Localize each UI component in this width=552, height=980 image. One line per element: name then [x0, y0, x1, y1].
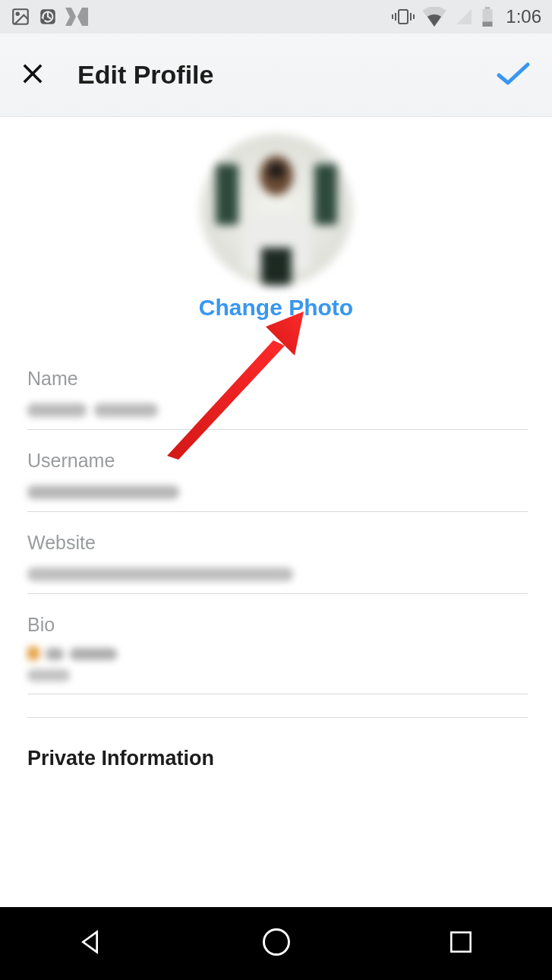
svg-rect-30 — [46, 648, 64, 660]
svg-rect-32 — [27, 669, 70, 681]
svg-rect-21 — [269, 164, 284, 178]
svg-marker-11 — [456, 9, 472, 24]
private-information-heading: Private Information — [0, 747, 552, 770]
svg-rect-31 — [70, 648, 117, 660]
wifi-icon — [422, 7, 446, 27]
restore-icon — [38, 7, 58, 27]
cell-signal-icon — [454, 8, 474, 26]
back-button[interactable] — [77, 927, 107, 960]
home-button[interactable] — [260, 925, 293, 962]
bio-label: Bio — [27, 614, 528, 636]
svg-rect-27 — [27, 485, 179, 499]
svg-rect-29 — [27, 646, 39, 660]
page-title: Edit Profile — [77, 60, 213, 90]
name-label: Name — [27, 368, 528, 390]
svg-rect-6 — [399, 10, 408, 24]
username-field[interactable]: Username — [27, 450, 528, 512]
app-icon — [65, 8, 88, 26]
name-field[interactable]: Name — [27, 368, 528, 430]
website-value — [27, 561, 528, 586]
image-icon — [11, 7, 30, 27]
username-label: Username — [27, 450, 528, 472]
android-status-bar: 1:06 — [0, 0, 552, 33]
svg-rect-14 — [483, 22, 493, 27]
change-photo-link[interactable]: Change Photo — [199, 295, 353, 321]
svg-marker-33 — [83, 932, 96, 953]
bio-value — [27, 643, 528, 686]
svg-rect-22 — [261, 248, 292, 286]
svg-rect-18 — [216, 164, 238, 225]
bio-field[interactable]: Bio — [27, 614, 528, 694]
website-field[interactable]: Website — [27, 532, 528, 594]
svg-point-34 — [264, 930, 289, 955]
name-value — [27, 397, 528, 422]
svg-rect-12 — [485, 7, 490, 9]
svg-marker-4 — [65, 8, 76, 26]
close-button[interactable] — [20, 61, 46, 90]
website-label: Website — [27, 532, 528, 554]
svg-rect-28 — [27, 567, 293, 581]
vibrate-icon — [392, 8, 415, 26]
svg-rect-26 — [94, 403, 158, 417]
recents-button[interactable] — [446, 928, 475, 959]
svg-point-1 — [17, 13, 19, 15]
svg-rect-25 — [27, 403, 87, 417]
confirm-button[interactable] — [494, 58, 532, 92]
clock-time: 1:06 — [506, 6, 541, 27]
svg-marker-5 — [77, 8, 88, 26]
app-header: Edit Profile — [0, 33, 552, 117]
svg-rect-35 — [451, 932, 470, 951]
battery-icon — [481, 7, 494, 27]
svg-rect-19 — [314, 164, 337, 225]
edit-profile-form: Name Username Website Bio — [0, 321, 552, 718]
android-nav-bar — [0, 907, 552, 980]
username-value — [27, 479, 528, 504]
profile-avatar[interactable] — [200, 134, 352, 286]
